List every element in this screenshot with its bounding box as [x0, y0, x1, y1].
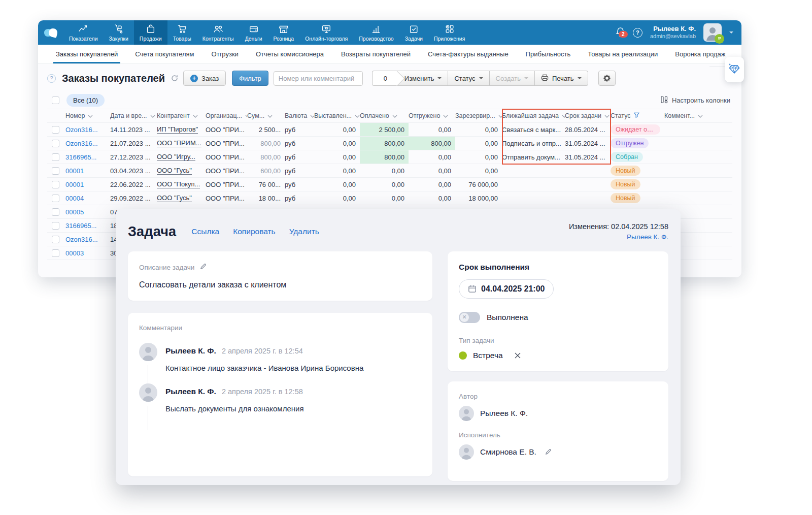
column-header-5[interactable]: Сум... [247, 109, 285, 122]
tab-consignment-goods[interactable]: Товары на реализации [579, 45, 666, 63]
table-row[interactable]: 00001 22.06.2022 ... ООО "Покуп... ООО "… [47, 178, 732, 191]
sort-chevron-icon[interactable] [698, 112, 703, 119]
table-row[interactable]: 00004 29.09.2022 ... ООО "Гусь" ООО "ПРИ… [47, 191, 732, 205]
column-header-10[interactable]: Зарезервир... [455, 109, 502, 122]
done-toggle[interactable]: ✕ [459, 312, 480, 323]
row-checkbox[interactable] [52, 167, 59, 175]
filter-funnel-icon[interactable] [634, 112, 639, 119]
tab-sales-funnel[interactable]: Воронка продаж [666, 45, 734, 63]
tab-customer-invoices[interactable]: Счета покупателям [126, 45, 202, 63]
column-header-2[interactable]: Дата и вре... [110, 109, 157, 122]
order-number-link[interactable]: Ozon316... [65, 137, 110, 150]
tab-profitability[interactable]: Прибыльность [517, 45, 580, 63]
row-checkbox[interactable] [52, 126, 59, 134]
column-header-8[interactable]: Оплачено [360, 109, 409, 122]
gear-icon[interactable] [598, 71, 616, 86]
status-badge[interactable]: Отгружен [611, 138, 649, 148]
column-header-1[interactable]: Номер [65, 109, 110, 122]
order-number-link[interactable]: Ozon316... [65, 123, 110, 136]
tab-shipments[interactable]: Отгрузки [203, 45, 247, 63]
tab-customer-returns[interactable]: Возвраты покупателей [332, 45, 419, 63]
status-badge[interactable]: Новый [611, 166, 640, 176]
counterparty-link[interactable]: ООО "Гусь" [157, 194, 192, 202]
pencil-icon[interactable] [545, 448, 552, 456]
order-number-link[interactable]: 3166965... [65, 150, 110, 164]
add-order-button[interactable]: + Заказ [183, 71, 226, 86]
row-checkbox[interactable] [52, 208, 59, 216]
row-checkbox[interactable] [52, 249, 59, 257]
table-row[interactable]: 00001 03.04.2023 ... ООО "Гусь" ООО "ПРИ… [47, 164, 732, 178]
nav-item-retail[interactable]: Розница [268, 20, 300, 45]
row-checkbox[interactable] [52, 236, 59, 243]
whats-new-widget[interactable] [725, 57, 744, 82]
row-checkbox[interactable] [52, 140, 59, 147]
notifications-bell-icon[interactable]: 2 [616, 26, 625, 39]
nav-item-online-trade[interactable]: Онлайн-торговля [299, 20, 353, 45]
table-row[interactable]: 3166965... 27.12.2023 ... ООО "Игру... О… [47, 150, 732, 164]
search-input[interactable] [274, 71, 363, 86]
sort-chevron-icon[interactable] [604, 112, 610, 119]
status-button[interactable]: Статус [448, 71, 489, 86]
order-number-link[interactable]: 00003 [65, 246, 110, 260]
pencil-icon[interactable] [199, 263, 207, 272]
filter-button[interactable]: Фильтр [232, 71, 268, 86]
row-checkbox[interactable] [52, 153, 59, 161]
order-number-link[interactable]: Ozon316... [65, 233, 110, 246]
sort-chevron-icon[interactable] [498, 112, 502, 119]
nav-item-money[interactable]: Деньги [240, 20, 268, 45]
change-button[interactable]: Изменить [398, 71, 449, 86]
column-header-12[interactable]: Срок задачи [565, 109, 611, 122]
close-icon[interactable] [514, 352, 521, 359]
sort-chevron-icon[interactable] [193, 112, 198, 119]
status-badge[interactable]: Новый [611, 193, 640, 203]
column-header-13[interactable]: Статус [611, 109, 664, 122]
counterparty-link[interactable]: ИП "Пирогов" [157, 125, 198, 134]
create-button[interactable]: Создать [490, 71, 535, 86]
print-button[interactable]: Печать [535, 71, 588, 86]
page-help-icon[interactable]: ? [47, 74, 56, 83]
chevron-down-icon[interactable] [729, 31, 733, 34]
nav-item-production[interactable]: Производство [353, 20, 399, 45]
nav-item-sales[interactable]: Продажи [134, 20, 167, 45]
configure-columns-button[interactable]: Настроить колонки [660, 95, 732, 105]
column-header-11[interactable]: Ближайшая задача [502, 109, 565, 122]
table-row[interactable]: Ozon316... 21.07.2023 ... ООО "ПРИМ... О… [47, 137, 732, 150]
column-header-3[interactable]: Контрагент [157, 109, 206, 122]
nav-item-counterparties[interactable]: Контрагенты [197, 20, 240, 45]
copy-action[interactable]: Копировать [233, 227, 275, 236]
order-number-link[interactable]: 00004 [65, 191, 110, 205]
nav-item-apps[interactable]: Приложения [428, 20, 470, 45]
counterparty-link[interactable]: ООО "Гусь" [157, 167, 192, 175]
sort-chevron-icon[interactable] [443, 112, 448, 119]
delete-action[interactable]: Удалить [289, 227, 319, 236]
sort-chevron-icon[interactable] [267, 112, 273, 119]
tab-commissioner-reports[interactable]: Отчеты комиссионера [247, 45, 332, 63]
user-menu[interactable]: Рылеев К. Ф. admin@sevkavlab [650, 25, 696, 40]
status-badge[interactable]: Собран [611, 152, 643, 162]
column-header-14[interactable]: Коммент... [664, 109, 732, 122]
counterparty-link[interactable]: ООО "Покуп... [157, 180, 200, 188]
all-filter-pill[interactable]: Все (10) [66, 94, 105, 107]
table-row[interactable]: Ozon316... 14.11.2023 ... ИП "Пирогов" О… [47, 123, 732, 137]
sort-chevron-icon[interactable] [310, 112, 314, 119]
order-number-link[interactable]: 00001 [65, 164, 110, 177]
row-checkbox[interactable] [52, 181, 59, 188]
changed-by-link[interactable]: Рылеев К. Ф. [569, 232, 668, 242]
column-header-4[interactable]: Организац... [206, 109, 247, 122]
sort-chevron-icon[interactable] [88, 112, 93, 119]
column-header-7[interactable]: Выставлен... [314, 109, 360, 122]
order-number-link[interactable]: 3166965... [65, 219, 110, 232]
order-number-link[interactable]: 00005 [65, 205, 110, 218]
sort-chevron-icon[interactable] [150, 112, 155, 119]
refresh-icon[interactable] [171, 75, 178, 82]
counterparty-link[interactable]: ООО "Игру... [157, 153, 195, 161]
nav-item-indicators[interactable]: Показатели [63, 20, 104, 45]
status-badge[interactable]: Новый [611, 179, 640, 189]
nav-item-purchases[interactable]: Закупки [104, 20, 134, 45]
due-date-field[interactable]: 04.04.2025 21:00 [459, 279, 554, 299]
row-checkbox[interactable] [52, 195, 59, 202]
tab-customer-orders[interactable]: Заказы покупателей [47, 45, 126, 63]
sort-chevron-icon[interactable] [355, 112, 360, 119]
tab-issued-invoices[interactable]: Счета-фактуры выданные [419, 45, 517, 63]
order-number-link[interactable]: 00001 [65, 178, 110, 191]
